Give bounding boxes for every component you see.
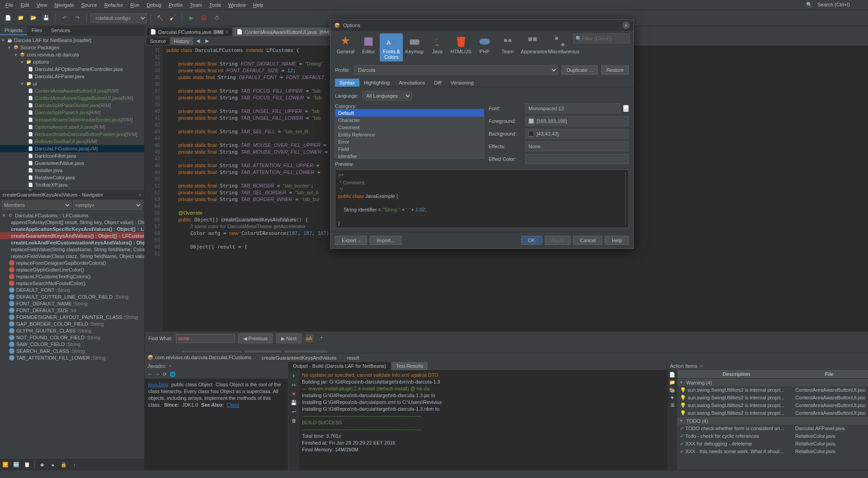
restore-button[interactable]: Restore [601,66,629,75]
test-results-tab[interactable]: Test Results [392,362,428,370]
field-node[interactable]: DEFAULT_GUTTER_LINE_COLOR_FIELD : String [0,293,144,300]
breadcrumb-item[interactable]: createGuaranteedKeysAndValues [262,355,337,361]
menu-debug[interactable]: Debug [143,1,165,9]
close-icon[interactable]: × [139,192,142,197]
method-node[interactable]: appendToArray(Object[] result, String ke… [0,219,144,225]
tab-highlighting[interactable]: Highlighting [359,79,394,87]
duplicate-button[interactable]: Duplicate ... [561,66,598,75]
forward-icon[interactable]: → [155,371,160,377]
font-value[interactable]: Monospaced 13 [525,103,620,113]
effect-color-select[interactable] [525,154,629,164]
action-item[interactable]: 💡 sun.swing.SwingUtilities2 is internal … [677,409,868,417]
action-item[interactable]: 💡 sun.swing.SwingUtilities2 is internal … [677,386,868,394]
warning-group[interactable]: ▾Warning (4) [677,379,868,386]
nav-fwd-icon[interactable]: ▶ [203,37,211,45]
members-filter[interactable]: Members [2,201,71,210]
file-node[interactable]: 📄ContentAreaAwareButtonUI.java [R/M] [0,87,144,94]
file-node[interactable]: 📄OptionsAwareLabelUI.java [R/M] [0,123,144,131]
rerun-icon[interactable]: ⏵ [290,372,297,379]
previous-button[interactable]: ◀ Previous [238,333,273,343]
tab-versioning[interactable]: Versioning [446,79,478,87]
category-item[interactable]: Entity Reference [335,131,484,138]
font-browse-button[interactable]: ... [623,105,629,112]
new-project-icon[interactable]: 📁 [15,13,26,23]
method-node[interactable]: replaceFieldValue(String className, Stri… [0,246,144,253]
method-node[interactable]: createLookAndFeelCustomizationKeysAndVal… [0,239,144,246]
editor-tab[interactable]: 📄 ContentAreaAwareButtonUI.java [R/M] × [233,28,339,36]
menu-view[interactable]: View [33,1,51,9]
method-node[interactable]: replaceFormDesignerGapBorderColors() [0,259,144,266]
package-node[interactable]: ▾📦com.revivius.nb.darcula [0,51,144,58]
file-node[interactable]: 📄DarculaLAFPanel.java [0,73,144,80]
breadcrumb-item[interactable]: result [347,355,359,361]
category-item[interactable]: Character [335,117,484,124]
menu-source[interactable]: Source [78,1,101,9]
effects-select[interactable]: None [525,141,629,151]
field-node[interactable]: FONT_DEFAULT_SIZE : int [0,307,144,314]
field-node[interactable]: GAP_BORDER_COLOR_FIELD : String [0,320,144,327]
menu-tools[interactable]: Tools [206,1,225,9]
cat-appearance[interactable]: Appearance [519,33,546,56]
menu-window[interactable]: Window [225,1,250,9]
output-build-tab[interactable]: Output - Build (Darcula LAF for NetBeans… [288,362,391,370]
foreground-select[interactable]: [169,183,198] [525,116,629,126]
file-node[interactable]: 📄DarculaLAFOptionsPanelController.java [0,66,144,73]
action-item[interactable]: 💡 sun.swing.SwingUtilities2 is internal … [677,394,868,402]
file-node-selected[interactable]: 📄DarculaLFCustoms.java [-/M] [0,145,144,152]
menu-help[interactable]: Help [250,1,267,9]
see-also-link[interactable]: Class [226,402,239,408]
ok-button[interactable]: OK [521,236,542,245]
redo-icon[interactable]: ↷ [72,13,83,23]
close-icon[interactable]: × [623,22,630,29]
run-icon[interactable]: ▶ [186,13,197,23]
tab-syntax[interactable]: Syntax [335,79,359,87]
next-button[interactable]: ▶ Next [276,333,302,343]
category-item[interactable]: Error [335,138,484,145]
source-packages[interactable]: ▾📦Source Packages [0,44,144,51]
file-node[interactable]: 📄ReducedInsetsDarculaButtonPainter.java … [0,131,144,138]
cat-java[interactable]: Java [426,33,449,56]
method-node[interactable]: createGuaranteedKeysAndValues() : Object… [0,232,144,239]
global-search[interactable]: 🔍 Search (Ctrl+I) [802,0,857,9]
menu-team[interactable]: Team [186,1,206,9]
import-button[interactable]: Import... [370,236,401,245]
project-root[interactable]: ▾☕Darcula LAF for NetBeans [master] [0,37,144,44]
cat-htmljs[interactable]: HTML/JS [449,33,473,56]
history-view-button[interactable]: History [170,37,193,45]
category-item[interactable]: Default [335,109,484,117]
tab-diff[interactable]: Diff [429,79,446,87]
language-select[interactable]: All Languages [362,91,412,101]
menu-edit[interactable]: Edit [17,1,33,9]
show-inherited-icon[interactable]: ◆ [38,461,46,469]
category-item[interactable]: Comment [335,124,484,131]
breadcrumb-item[interactable]: 📦 com.revivius.nb.darcula.DarculaLFCusto… [147,355,251,361]
cat-fonts-colors[interactable]: AAFonts & Colors [380,33,403,61]
show-non-public-icon[interactable]: 🔒 [60,461,67,469]
file-node[interactable]: 📄Installer.java [0,167,144,174]
editor-tab[interactable]: 📄 DarculaLFCustoms.java [-/M] × [146,28,232,36]
navigator-tree[interactable]: ▾©DarculaLFCustoms :: LFCustoms appendTo… [0,211,144,459]
regex-toggle-icon[interactable]: .* [317,334,325,342]
class-node[interactable]: ▾©DarculaLFCustoms :: LFCustoms [0,212,144,219]
options-folder[interactable]: ▾📁options [0,58,144,66]
project-tree[interactable]: ▾☕Darcula LAF for NetBeans [master] ▾📦So… [0,36,144,190]
new-file-icon[interactable]: 📄 [3,13,14,23]
clear-icon[interactable]: 🗑 [290,417,297,424]
file-node[interactable]: 📄InreasedInsetsTableHeaderBorder.java [R… [0,116,144,123]
menu-file[interactable]: File [2,1,17,9]
field-node[interactable]: SAW_COLOR_FIELD : String [0,341,144,347]
filter-icon[interactable]: ▼ [670,395,675,400]
scope-icon[interactable]: 📚 [669,387,675,393]
cat-general[interactable]: General [334,33,357,56]
cat-editor[interactable]: Editor [357,33,380,56]
action-item[interactable]: 💡 sun.swing.SwingUtilities2 is internal … [677,402,868,409]
method-node[interactable]: createApplicationSpecificKeysAndValues()… [0,225,144,232]
export-button[interactable]: Export... [335,236,367,245]
wrap-icon[interactable]: ↩ [290,408,297,415]
field-node[interactable]: FORMDESIGNER_LAYOUT_PAINTER_CLASS : Stri… [0,314,144,320]
file-node[interactable]: 📄ContentAreaAwareToggleButtonUI.java [R/… [0,94,144,102]
profile-icon[interactable]: ⏱ [211,13,222,23]
action-list[interactable]: DescriptionFile ▾Warning (4) 💡 sun.swing… [677,370,868,470]
category-list[interactable]: DefaultCharacterCommentEntity ReferenceE… [335,109,484,159]
todo-group[interactable]: ▾TODO (4) [677,417,868,425]
